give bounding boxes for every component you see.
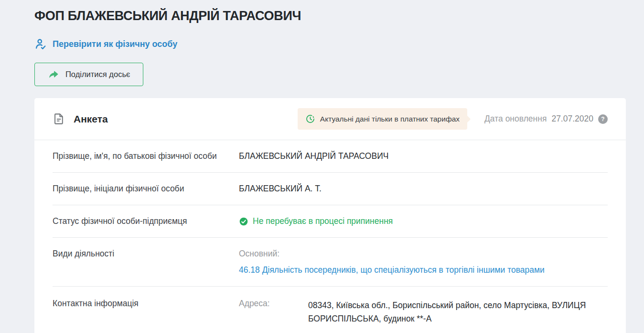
profile-card: Анкета Актуальні дані тільки в платних т… — [34, 98, 626, 333]
table-row: Прізвище, ініціали фізичної особи БЛАЖЕВ… — [53, 173, 608, 205]
share-icon — [48, 69, 59, 80]
person-check-icon — [34, 38, 47, 51]
help-icon[interactable]: ? — [598, 114, 608, 124]
row-label: Види діяльності — [53, 249, 239, 275]
row-label: Статус фізичної особи-підприємця — [53, 216, 239, 226]
table-row: Статус фізичної особи-підприємця Не пере… — [53, 205, 608, 238]
activity-kind-label: Основний: — [239, 249, 545, 259]
table-row: Прізвище, ім'я, по батькові фізичної осо… — [53, 140, 608, 173]
status-badge: Не перебуває в процесі припинення — [239, 216, 393, 226]
row-label: Прізвище, ініціали фізичної особи — [53, 184, 239, 194]
activity-link[interactable]: 46.18 Діяльність посередників, що спеціа… — [239, 265, 545, 275]
table-row: Види діяльності Основний: 46.18 Діяльніс… — [53, 238, 608, 287]
card-header: Анкета Актуальні дані тільки в платних т… — [34, 98, 626, 140]
paid-tariff-label: Актуальні дані тільки в платних тарифах — [320, 115, 460, 123]
update-date-label: Дата оновлення — [484, 114, 547, 124]
row-label: Контактна інформація — [53, 299, 239, 325]
document-icon — [53, 112, 65, 125]
page: ФОП БЛАЖЕВСЬКИЙ АНДРІЙ ТАРАСОВИЧ Перевір… — [0, 9, 644, 333]
share-button-label: Поділитися досьє — [65, 70, 130, 79]
check-circle-icon — [239, 217, 248, 226]
status-text: Не перебуває в процесі припинення — [253, 216, 393, 226]
clock-icon — [305, 114, 315, 124]
update-date-value: 27.07.2020 — [551, 114, 593, 124]
card-title: Анкета — [74, 113, 108, 125]
row-value: БЛАЖЕВСЬКИЙ АНДРІЙ ТАРАСОВИЧ — [239, 151, 388, 161]
address-label: Адреса: — [239, 299, 308, 325]
check-person-label: Перевірити як фізичну особу — [53, 39, 177, 49]
row-label: Прізвище, ім'я, по батькові фізичної осо… — [53, 151, 239, 161]
check-person-link[interactable]: Перевірити як фізичну особу — [34, 38, 177, 51]
paid-tariff-badge: Актуальні дані тільки в платних тарифах — [298, 108, 467, 130]
page-title: ФОП БЛАЖЕВСЬКИЙ АНДРІЙ ТАРАСОВИЧ — [34, 9, 626, 23]
update-date: Дата оновлення 27.07.2020 ? — [484, 114, 608, 124]
row-value: БЛАЖЕВСЬКИЙ А. Т. — [239, 184, 322, 194]
table-row: Контактна інформація Адреса: 08343, Київ… — [53, 287, 608, 333]
share-dossier-button[interactable]: Поділитися досьє — [34, 63, 143, 86]
address-value: 08343, Київська обл., Бориспільський рай… — [308, 299, 595, 325]
